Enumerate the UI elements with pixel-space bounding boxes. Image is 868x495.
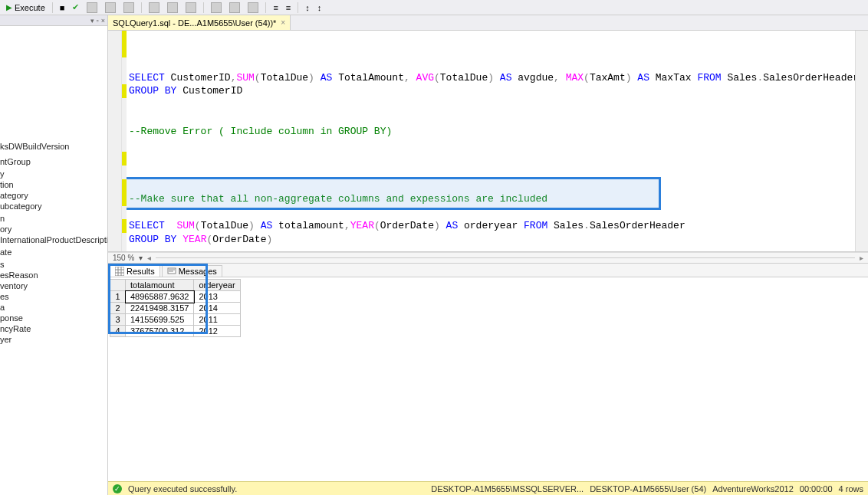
close-icon[interactable]: × — [281, 18, 285, 27]
doc2-icon — [167, 2, 178, 13]
code-line[interactable]: GROUP BY CustomerID — [129, 84, 855, 98]
play-icon: ▶ — [6, 3, 12, 11]
grid-icon — [115, 267, 124, 276]
messages-tab[interactable]: Messages — [162, 265, 222, 277]
success-icon: ✓ — [113, 484, 122, 493]
grid3-icon — [123, 2, 134, 13]
results-tab-label: Results — [127, 267, 155, 276]
results-tab[interactable]: Results — [110, 265, 160, 277]
tree-item[interactable]: ubcategory — [0, 201, 107, 211]
code-line[interactable] — [129, 112, 855, 126]
doc-icon — [149, 2, 159, 13]
code-line[interactable] — [129, 98, 855, 112]
message-icon — [167, 267, 176, 276]
grid-icon — [87, 2, 97, 13]
table-row[interactable]: 148965887.96322013 — [110, 291, 241, 303]
execute-button[interactable]: ▶ Execute — [3, 2, 48, 13]
tb-btn-2[interactable] — [102, 2, 119, 14]
vertical-scrollbar[interactable] — [855, 31, 868, 251]
tree-item[interactable]: esReason — [0, 270, 107, 280]
close-icon[interactable]: × — [101, 17, 105, 25]
status-message: Query executed successfully. — [128, 484, 237, 493]
outdent-button[interactable]: ≡ — [283, 2, 294, 13]
tb-btn-8[interactable] — [226, 2, 243, 14]
check-icon: ✔ — [72, 2, 79, 12]
zoom-bar: 150 % ▾ ◂ ▸ — [108, 252, 868, 263]
table-icon — [211, 2, 222, 13]
results-grid[interactable]: totalamountorderyear148965887.9632201322… — [110, 279, 241, 337]
code-line[interactable]: --Make sure that all non-aggregate colum… — [129, 192, 855, 206]
code-line[interactable] — [129, 247, 855, 252]
results-pane: Results Messages totalamountorderyear148… — [108, 263, 868, 481]
scroll-left-icon[interactable]: ◂ — [147, 254, 151, 262]
tree-item[interactable]: ate — [0, 247, 107, 257]
tree-item[interactable]: ncyRate — [0, 323, 107, 334]
sql-editor[interactable]: SELECT CustomerID,SUM(TotalDue) AS Total… — [127, 31, 855, 251]
tb-btn-5[interactable] — [164, 2, 181, 14]
zoom-percent[interactable]: 150 % — [113, 254, 134, 262]
scroll-right-icon[interactable]: ▸ — [860, 254, 863, 262]
tb-btn-9[interactable] — [245, 2, 261, 14]
messages-tab-label: Messages — [179, 267, 217, 276]
tree-item[interactable]: es — [0, 291, 107, 302]
toolbar-separator — [52, 2, 53, 13]
document-tab[interactable]: SQLQuery1.sql - DE...A1M5655\User (54))*… — [108, 15, 291, 30]
tb-btn-7[interactable] — [208, 2, 225, 14]
status-rows: 4 rows — [839, 484, 863, 493]
tree-item[interactable]: ntGroup — [0, 156, 107, 167]
tree-item[interactable]: ponse — [0, 313, 107, 323]
results-tab-bar: Results Messages — [108, 264, 868, 277]
debug-button[interactable]: ■ — [57, 2, 68, 13]
tree-item[interactable]: ategory — [0, 190, 107, 201]
tree-item[interactable]: tion — [0, 179, 107, 190]
column-header[interactable]: orderyear — [194, 280, 240, 291]
code-line[interactable] — [129, 179, 855, 193]
tree-list[interactable]: ksDWBuildVersionntGroupytionategoryubcat… — [0, 26, 107, 495]
panel-header: ▾ ▫ × — [0, 15, 107, 26]
code-line[interactable] — [129, 206, 855, 220]
indent-button[interactable]: ≡ — [270, 2, 281, 13]
tb-btn-1[interactable] — [84, 2, 100, 14]
execute-label: Execute — [15, 3, 45, 12]
tree-item[interactable]: y — [0, 169, 107, 179]
code-line[interactable] — [129, 152, 855, 166]
table-row[interactable]: 222419498.31572014 — [110, 303, 241, 314]
debug-icon: ■ — [60, 3, 65, 12]
uncomment-button[interactable]: ↕ — [314, 2, 325, 13]
horizontal-scroll-track[interactable] — [156, 254, 855, 263]
code-line[interactable]: GROUP BY YEAR(OrderDate) — [129, 233, 855, 247]
tree-item[interactable]: ksDWBuildVersion — [0, 141, 107, 152]
pin-icon[interactable]: ▾ — [90, 17, 94, 25]
tree-item[interactable]: yer — [0, 334, 107, 345]
editor-panel: SQLQuery1.sql - DE...A1M5655\User (54))*… — [108, 15, 868, 495]
code-line[interactable]: SELECT CustomerID,SUM(TotalDue) AS Total… — [129, 71, 855, 85]
tb-btn-4[interactable] — [146, 2, 163, 14]
dropdown-icon[interactable]: ▫ — [97, 17, 99, 25]
stats-icon — [248, 2, 258, 13]
comment-button[interactable]: ↕ — [302, 2, 313, 13]
table2-icon — [229, 2, 240, 13]
tree-item[interactable]: ory — [0, 224, 107, 234]
results-grid-wrap[interactable]: totalamountorderyear148965887.9632201322… — [108, 277, 868, 481]
tree-item[interactable]: a — [0, 302, 107, 313]
table-row[interactable]: 314155699.5252011 — [110, 314, 241, 326]
zoom-dropdown-icon[interactable]: ▾ — [139, 254, 143, 262]
code-line[interactable]: --Remove Error ( Include column in GROUP… — [129, 125, 855, 139]
code-line[interactable] — [129, 166, 855, 179]
editor-wrap: SELECT CustomerID,SUM(TotalDue) AS Total… — [108, 31, 868, 252]
parse-button[interactable]: ✔ — [69, 2, 82, 13]
tree-item[interactable]: s — [0, 259, 107, 270]
comment-icon: ↕ — [305, 3, 310, 12]
main-area: ▾ ▫ × ksDWBuildVersionntGroupytionategor… — [0, 15, 868, 495]
editor-gutter — [108, 31, 122, 251]
code-line[interactable] — [129, 139, 855, 152]
tree-item[interactable]: InternationalProductDescription — [0, 234, 107, 245]
tb-btn-3[interactable] — [120, 2, 137, 14]
column-header[interactable]: totalamount — [126, 280, 194, 291]
code-line[interactable]: SELECT SUM(TotalDue) AS totalamount,YEAR… — [129, 219, 855, 233]
table-row[interactable]: 437675700.3122012 — [110, 326, 241, 337]
tree-item[interactable]: n — [0, 213, 107, 224]
tree-item[interactable]: ventory — [0, 280, 107, 291]
tb-btn-6[interactable] — [182, 2, 199, 14]
uncomment-icon: ↕ — [317, 3, 322, 12]
